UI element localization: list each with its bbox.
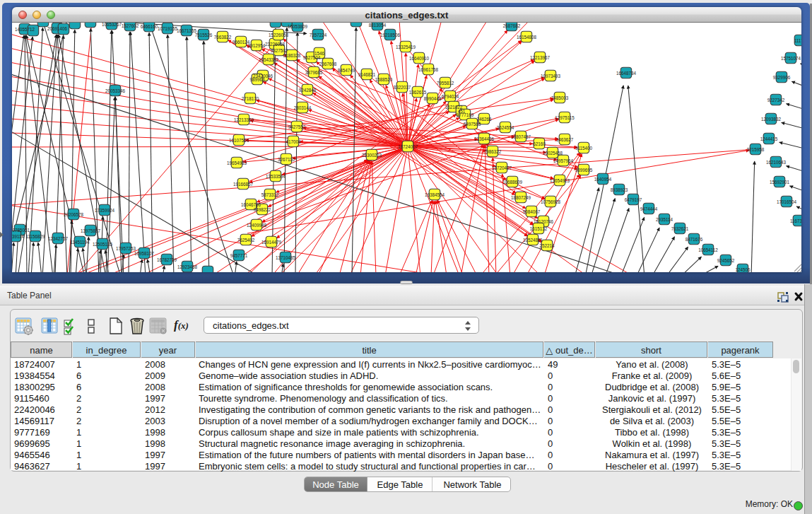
svg-text:7955812: 7955812 [437,81,454,86]
svg-text:9777169: 9777169 [457,112,474,117]
svg-text:1527602: 1527602 [122,23,139,28]
svg-text:16053809: 16053809 [288,24,308,29]
svg-text:1463627: 1463627 [556,137,574,142]
svg-text:18724007: 18724007 [398,144,418,149]
svg-text:1739114: 1739114 [12,234,25,239]
svg-text:8322037: 8322037 [394,85,411,90]
svg-text:11451194: 11451194 [70,240,90,245]
svg-text:10653267: 10653267 [102,23,122,27]
svg-text:10524861: 10524861 [523,238,543,243]
svg-text:23226058: 23226058 [265,42,286,47]
svg-text:11176: 11176 [794,38,801,43]
svg-text:19166857: 19166857 [233,182,254,187]
svg-text:8454749: 8454749 [338,68,355,73]
svg-text:15720407: 15720407 [492,165,512,170]
svg-text:8990448: 8990448 [424,96,442,101]
svg-text:16120746: 16120746 [534,219,554,224]
svg-text:417004: 417004 [286,139,301,144]
svg-text:19384554: 19384554 [425,192,445,197]
svg-text:252214: 252214 [539,243,555,248]
svg-text:9329906: 9329906 [773,75,791,80]
svg-text:10719155: 10719155 [158,26,178,31]
svg-text:19654983: 19654983 [227,160,247,165]
svg-text:1615132: 1615132 [530,226,548,231]
svg-text:8471676: 8471676 [686,237,703,242]
svg-text:20691406: 20691406 [47,26,68,31]
svg-text:16107564: 16107564 [229,138,249,143]
svg-text:3624554: 3624554 [497,125,514,130]
svg-text:14957964: 14957964 [553,158,574,163]
svg-text:9457771: 9457771 [230,253,248,258]
svg-text:62160: 62160 [533,141,546,146]
svg-text:16782759: 16782759 [157,257,177,262]
svg-text:16543382: 16543382 [259,57,279,62]
svg-text:746266: 746266 [476,117,492,122]
svg-text:20053346: 20053346 [105,88,126,93]
svg-text:3879685: 3879685 [305,70,323,75]
svg-text:9327502: 9327502 [271,48,288,53]
svg-text:17957253: 17957253 [116,246,136,251]
svg-text:989963: 989963 [249,77,265,82]
svg-text:13533594: 13533594 [266,174,286,179]
svg-text:9427552: 9427552 [288,124,306,129]
svg-text:6794024: 6794024 [442,94,459,99]
svg-text:15751074: 15751074 [781,56,801,61]
svg-text:13325419: 13325419 [396,45,416,49]
svg-text:20785061: 20785061 [12,228,30,233]
svg-text:9227342: 9227342 [767,98,785,103]
svg-text:9245652: 9245652 [717,258,735,263]
svg-text:7986322: 7986322 [484,149,502,154]
svg-text:12342757: 12342757 [48,236,69,241]
svg-text:12409948: 12409948 [247,223,267,228]
svg-text:2803144: 2803144 [294,105,312,110]
svg-text:5873312: 5873312 [261,192,279,197]
svg-text:12975115: 12975115 [555,115,575,120]
svg-text:9527504: 9527504 [303,55,321,60]
svg-text:1362615: 1362615 [409,90,427,95]
svg-text:16671355: 16671355 [177,28,197,33]
svg-text:11156829: 11156829 [25,234,45,239]
svg-text:25300203: 25300203 [362,153,382,158]
svg-text:2718170: 2718170 [242,96,259,101]
svg-text:13654923: 13654923 [550,178,570,183]
svg-text:10756928: 10756928 [541,199,561,204]
svg-text:9899695: 9899695 [575,168,593,173]
svg-text:12213967: 12213967 [530,55,551,60]
svg-text:8186328: 8186328 [283,53,301,58]
svg-text:2367608: 2367608 [319,62,337,66]
svg-text:124506: 124506 [735,267,751,272]
svg-text:8813054: 8813054 [369,23,387,28]
svg-text:17359924: 17359924 [95,208,115,213]
svg-text:3267110: 3267110 [278,157,295,162]
svg-text:10973493: 10973493 [541,74,561,78]
svg-text:7485003: 7485003 [551,95,569,100]
svg-text:10688609: 10688609 [502,180,523,185]
svg-text:16961758: 16961758 [418,67,439,72]
svg-text:9146821: 9146821 [358,72,376,77]
svg-text:16640910: 16640910 [409,56,430,61]
svg-text:2687682: 2687682 [503,23,521,28]
svg-text:7625402: 7625402 [237,238,255,243]
svg-text:12923468: 12923468 [177,264,198,269]
svg-text:9115400: 9115400 [575,146,593,151]
svg-text:16914479: 16914479 [261,240,282,245]
svg-text:16046766: 16046766 [241,202,261,207]
svg-text:8912954: 8912954 [248,43,266,48]
svg-text:7663822: 7663822 [214,35,232,40]
svg-text:10654112: 10654112 [698,247,718,252]
svg-text:10958107: 10958107 [134,251,155,256]
svg-text:13710485: 13710485 [276,255,296,260]
svg-text:13975887: 13975887 [81,228,101,233]
svg-text:21364436: 21364436 [474,136,495,141]
svg-text:19218506: 19218506 [380,33,401,37]
svg-text:1640954: 1640954 [594,177,612,182]
svg-text:16154808: 16154808 [517,35,537,40]
svg-text:15226058: 15226058 [269,33,289,37]
svg-text:8215958: 8215958 [747,147,765,152]
svg-text:7515526: 7515526 [195,33,213,37]
svg-text:9498222: 9498222 [254,207,271,212]
svg-text:15692901: 15692901 [770,180,790,185]
svg-text:18807249: 18807249 [511,195,531,200]
svg-text:1546: 1546 [314,51,325,56]
svg-text:10807487: 10807487 [511,134,531,139]
